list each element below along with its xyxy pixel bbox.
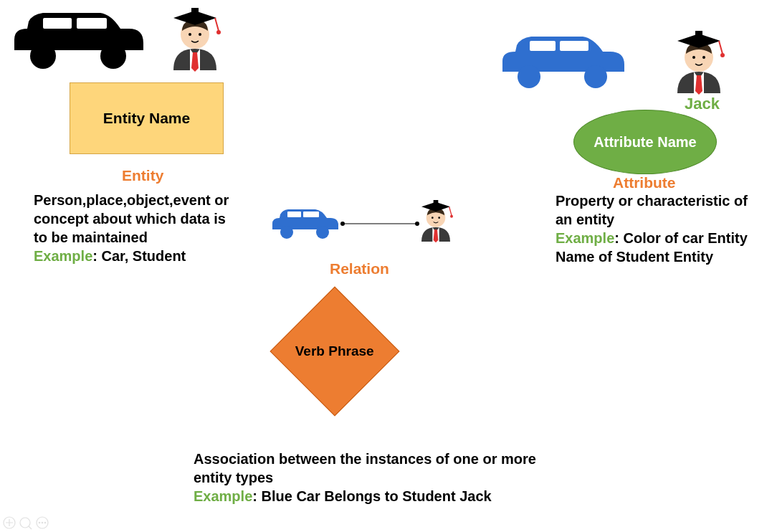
svg-line-31 bbox=[449, 206, 452, 215]
entity-description-block: Person,place,object,event or concept abo… bbox=[34, 191, 242, 265]
small-blue-car-icon bbox=[269, 202, 340, 244]
attribute-example-prefix: Example bbox=[556, 230, 614, 246]
jack-label: Jack bbox=[685, 95, 720, 113]
student-attribute-icon bbox=[667, 25, 731, 100]
svg-point-38 bbox=[42, 522, 44, 524]
svg-rect-13 bbox=[560, 41, 588, 51]
svg-rect-23 bbox=[303, 212, 319, 217]
svg-point-6 bbox=[199, 33, 201, 36]
svg-point-29 bbox=[438, 217, 440, 219]
svg-rect-22 bbox=[287, 212, 301, 217]
svg-point-20 bbox=[280, 226, 293, 239]
svg-point-9 bbox=[216, 30, 221, 34]
attribute-description: Property or characteristic of an entity bbox=[556, 193, 748, 227]
svg-point-21 bbox=[316, 226, 329, 239]
relation-description: Association between the instances of one… bbox=[194, 451, 536, 485]
relation-example-prefix: Example bbox=[194, 488, 252, 504]
entity-example-prefix: Example bbox=[34, 248, 92, 264]
entity-description: Person,place,object,event or concept abo… bbox=[34, 192, 229, 245]
svg-line-8 bbox=[215, 18, 219, 31]
svg-point-11 bbox=[584, 65, 607, 88]
attribute-label: Attribute bbox=[613, 174, 676, 191]
relation-description-block: Association between the instances of one… bbox=[194, 450, 538, 505]
relation-diamond: Verb Phrase bbox=[270, 287, 399, 416]
attribute-description-block: Property or characteristic of an entity … bbox=[556, 191, 767, 266]
svg-line-35 bbox=[29, 526, 32, 529]
blue-car-icon bbox=[497, 25, 629, 96]
svg-point-37 bbox=[39, 522, 41, 524]
relation-shape-label: Verb Phrase bbox=[295, 343, 374, 360]
entity-shape-label: Entity Name bbox=[103, 110, 190, 127]
relation-line bbox=[340, 217, 419, 230]
svg-rect-12 bbox=[530, 41, 556, 51]
svg-rect-7 bbox=[191, 8, 199, 12]
svg-point-0 bbox=[30, 43, 56, 69]
svg-point-15 bbox=[692, 56, 695, 59]
svg-point-34 bbox=[20, 518, 30, 528]
svg-rect-17 bbox=[695, 31, 702, 35]
student-relation-icon bbox=[414, 196, 457, 247]
svg-point-28 bbox=[432, 217, 434, 219]
entity-name-box: Entity Name bbox=[70, 82, 224, 154]
relation-label: Relation bbox=[330, 260, 389, 277]
svg-point-25 bbox=[340, 222, 345, 226]
attribute-shape-label: Attribute Name bbox=[594, 134, 696, 150]
svg-rect-30 bbox=[434, 200, 439, 203]
svg-point-1 bbox=[100, 43, 126, 69]
entity-example-text: : Car, Student bbox=[92, 248, 186, 264]
svg-point-39 bbox=[44, 522, 47, 524]
svg-rect-3 bbox=[77, 18, 107, 29]
svg-point-5 bbox=[189, 33, 191, 36]
bottom-toolbar bbox=[2, 515, 52, 532]
svg-point-32 bbox=[450, 215, 453, 218]
black-car-icon bbox=[7, 0, 151, 78]
student-icon bbox=[163, 2, 227, 77]
svg-point-10 bbox=[518, 65, 540, 88]
attribute-name-ellipse: Attribute Name bbox=[573, 110, 717, 174]
relation-example-text: : Blue Car Belongs to Student Jack bbox=[252, 488, 491, 504]
svg-point-16 bbox=[702, 56, 705, 59]
svg-point-19 bbox=[720, 53, 725, 57]
svg-line-18 bbox=[719, 41, 723, 54]
entity-label: Entity bbox=[122, 167, 163, 184]
svg-rect-2 bbox=[43, 18, 72, 29]
